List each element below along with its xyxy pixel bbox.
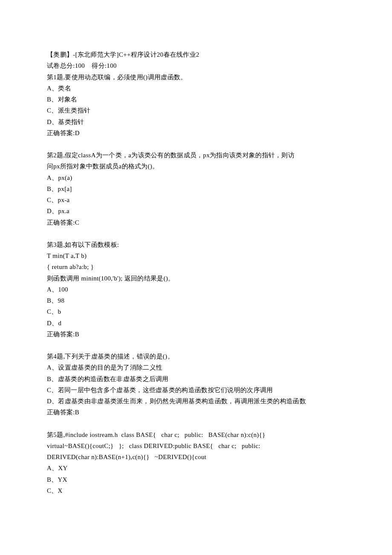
option-line: D、px.a <box>47 205 345 217</box>
option-line: C、px-a <box>47 194 345 205</box>
option-line: A、XY <box>47 462 345 474</box>
code-line: { return ab?a:b; } <box>47 261 345 272</box>
header-block: 【奥鹏】-[东北师范大学]C++程序设计20春在线作业2 试卷总分:100 得分… <box>47 49 345 139</box>
text-line: 第4题,下列关于虚基类的描述，错误的是()。 <box>47 351 345 362</box>
option-line: C、X <box>47 485 345 496</box>
text-line: 试卷总分:100 得分:100 <box>47 60 345 71</box>
option-line: D、基类指针 <box>47 116 345 127</box>
option-line: A、设置虚基类的目的是为了消除二义性 <box>47 362 345 373</box>
text-line: 第2题,假定classA为一个类，a为该类公有的数据成员，px为指向该类对象的指… <box>47 150 345 161</box>
question-block: 第2题,假定classA为一个类，a为该类公有的数据成员，px为指向该类对象的指… <box>47 150 345 228</box>
code-line: 第5题,#include iostream.h class BASE{ char… <box>47 429 345 440</box>
text-line: 则函数调用 minint(100,'b'); 返回的结果是()。 <box>47 273 345 284</box>
code-line: virtual~BASE(){coutC;} }; class DERIVED:… <box>47 440 345 451</box>
code-line: T min(T a,T b) <box>47 250 345 261</box>
question-block: 第3题,如有以下函数模板: T min(T a,T b) { return ab… <box>47 239 345 340</box>
option-line: C、派生类指针 <box>47 105 345 116</box>
option-line: B、对象名 <box>47 94 345 105</box>
answer-line: 正确答案:B <box>47 329 345 340</box>
option-line: C、b <box>47 306 345 317</box>
answer-line: 正确答案:B <box>47 407 345 418</box>
option-line: A、px(a) <box>47 172 345 183</box>
text-line: 第1题,要使用动态联编，必须使用()调用虚函数。 <box>47 72 345 83</box>
text-line: 第3题,如有以下函数模板: <box>47 239 345 250</box>
answer-line: 正确答案:C <box>47 217 345 228</box>
text-line: 问px所指对象中数据成员a的格式为()。 <box>47 161 345 172</box>
question-block: 第4题,下列关于虚基类的描述，错误的是()。 A、设置虚基类的目的是为了消除二义… <box>47 351 345 418</box>
option-line: C、若同一层中包含多个虚基类，这些虚基类的构造函数按它们说明的次序调用 <box>47 384 345 396</box>
code-line: DERIVED(char n):BASE(n+1),c(n){} ~DERIVE… <box>47 451 345 462</box>
option-line: B、98 <box>47 295 345 306</box>
option-line: B、虚基类的构造函数在非虚基类之后调用 <box>47 373 345 384</box>
option-line: A、类名 <box>47 83 345 94</box>
option-line: D、若虚基类由非虚基类派生而来，则仍然先调用基类构造函数，再调用派生类的构造函数 <box>47 396 345 407</box>
question-block: 第5题,#include iostream.h class BASE{ char… <box>47 429 345 497</box>
option-line: D、d <box>47 318 345 329</box>
text-line: 【奥鹏】-[东北师范大学]C++程序设计20春在线作业2 <box>47 49 345 60</box>
answer-line: 正确答案:D <box>47 127 345 139</box>
option-line: B、YX <box>47 474 345 485</box>
option-line: B、px[a] <box>47 183 345 194</box>
option-line: A、100 <box>47 284 345 295</box>
